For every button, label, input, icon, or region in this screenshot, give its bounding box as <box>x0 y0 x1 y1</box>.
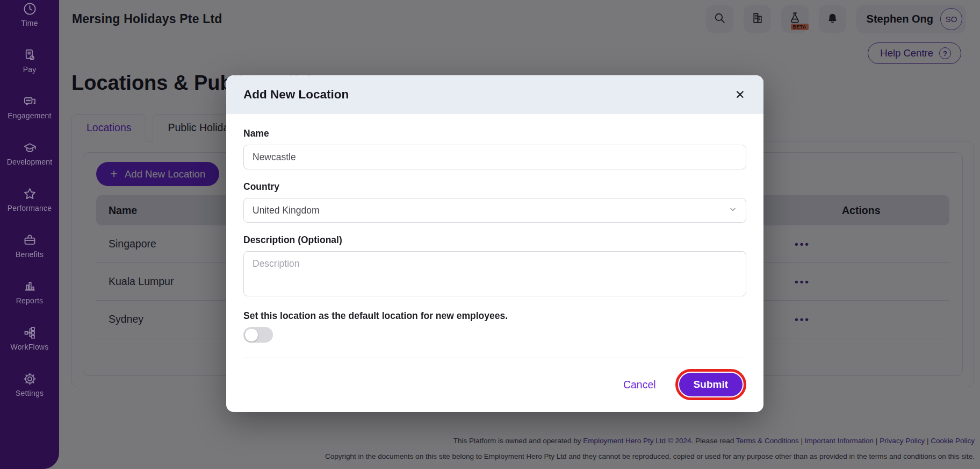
sidebar-item-workflows[interactable]: WorkFlows <box>0 325 59 372</box>
modal-footer: Cancel Submit <box>243 358 746 412</box>
default-location-toggle-label: Set this location as the default locatio… <box>243 310 746 322</box>
sidebar-item-engagement[interactable]: Engagement <box>0 94 59 140</box>
submit-button[interactable]: Submit <box>679 373 743 396</box>
name-label: Name <box>243 128 746 139</box>
sidebar-item-settings[interactable]: Settings <box>0 372 59 418</box>
clock-icon <box>23 2 37 16</box>
sidebar: Time Pay Engagement Development Performa… <box>0 0 59 469</box>
sidebar-item-label: WorkFlows <box>11 343 49 351</box>
sidebar-item-label: Time <box>21 19 38 27</box>
settings-icon <box>23 372 37 386</box>
sidebar-item-pay[interactable]: Pay <box>0 48 59 94</box>
workflows-icon <box>23 325 37 340</box>
engagement-icon <box>23 94 37 109</box>
sidebar-item-label: Settings <box>16 389 44 397</box>
description-textarea[interactable] <box>243 251 746 296</box>
sidebar-item-time[interactable]: Time <box>0 2 59 48</box>
modal-header: Add New Location ✕ <box>226 75 763 114</box>
sidebar-item-label: Development <box>7 158 53 166</box>
close-icon[interactable]: ✕ <box>735 89 745 101</box>
modal-title: Add New Location <box>243 88 349 102</box>
reports-icon <box>23 279 37 294</box>
pay-icon <box>23 48 37 62</box>
description-label: Description (Optional) <box>243 234 746 246</box>
sidebar-item-benefits[interactable]: Benefits <box>0 233 59 279</box>
modal-body: Name Country United Kingdom Description … <box>226 114 763 343</box>
name-input[interactable] <box>243 145 746 169</box>
annotation-highlight-ring: Submit <box>675 369 746 400</box>
sidebar-item-label: Performance <box>8 204 52 212</box>
country-selected-value: United Kingdom <box>253 205 320 216</box>
sidebar-item-label: Reports <box>16 296 43 305</box>
chevron-down-icon <box>729 205 737 216</box>
benefits-icon <box>23 233 37 247</box>
sidebar-item-label: Pay <box>23 65 37 74</box>
sidebar-item-label: Benefits <box>16 250 44 259</box>
country-label: Country <box>243 181 746 193</box>
country-select[interactable]: United Kingdom <box>243 198 746 223</box>
toggle-knob <box>245 329 258 342</box>
sidebar-item-reports[interactable]: Reports <box>0 279 59 325</box>
default-location-toggle[interactable] <box>243 327 273 343</box>
sidebar-item-performance[interactable]: Performance <box>0 187 59 233</box>
add-location-modal: Add New Location ✕ Name Country United K… <box>226 75 763 412</box>
development-icon <box>23 140 37 155</box>
sidebar-item-development[interactable]: Development <box>0 140 59 187</box>
sidebar-item-label: Engagement <box>8 111 51 120</box>
cancel-button[interactable]: Cancel <box>623 379 656 391</box>
performance-icon <box>23 187 37 201</box>
